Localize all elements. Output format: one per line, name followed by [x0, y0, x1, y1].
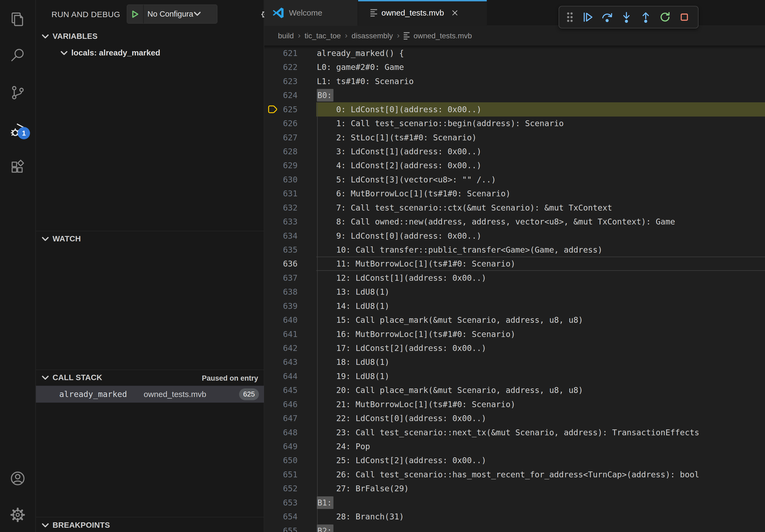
line-number[interactable]: 653 — [264, 496, 298, 510]
code-line-629[interactable]: 629 4: LdConst[2](address: 0x00..) — [264, 158, 765, 172]
code-line-641[interactable]: 641 16: MutBorrowLoc[1](ts#1#0: Scenario… — [264, 327, 765, 341]
breadcrumb-item-owned_tests.mvb[interactable]: owned_tests.mvb — [413, 32, 472, 40]
code-line-622[interactable]: 622L0: game#2#0: Game — [264, 60, 765, 74]
line-number[interactable]: 650 — [264, 453, 298, 467]
code-line-651[interactable]: 651 26: Call test_scenario::has_most_rec… — [264, 467, 765, 482]
drag-handle-icon[interactable] — [563, 10, 577, 25]
line-number[interactable]: 626 — [264, 116, 298, 131]
code-line-654[interactable]: 654 28: Branch(31) — [264, 509, 765, 524]
line-number[interactable]: 643 — [264, 355, 298, 369]
line-number[interactable]: 622 — [264, 60, 298, 74]
step-into-button[interactable] — [618, 9, 635, 25]
code-line-632[interactable]: 632 7: Call test_scenario::ctx(&mut Scen… — [264, 201, 765, 215]
line-number[interactable]: 641 — [264, 327, 298, 341]
stop-button[interactable] — [676, 9, 693, 25]
line-number[interactable]: 645 — [264, 383, 298, 397]
code-line-638[interactable]: 638 13: LdU8(1) — [264, 285, 765, 299]
code-line-631[interactable]: 631 6: MutBorrowLoc[1](ts#1#0: Scenario) — [264, 186, 765, 201]
sidebar-item-extensions[interactable] — [0, 154, 35, 181]
start-debug-icon[interactable] — [127, 5, 144, 23]
section-breakpoints[interactable]: BREAKPOINTS — [42, 521, 110, 530]
code-line-650[interactable]: 650 25: LdConst[2](address: 0x00..) — [264, 453, 765, 467]
code-line-642[interactable]: 642 17: LdConst[2](address: 0x00..) — [264, 341, 765, 355]
code-line-645[interactable]: 645 20: Call place_mark(&mut Scenario, a… — [264, 383, 765, 397]
code-line-628[interactable]: 628 3: LdConst[1](address: 0x00..) — [264, 144, 765, 158]
code-line-649[interactable]: 649 24: Pop — [264, 439, 765, 453]
code-line-633[interactable]: 633 8: Call owned::new(address, address,… — [264, 215, 765, 229]
variables-locals-row[interactable]: locals: already_marked — [61, 48, 160, 57]
line-number[interactable]: 632 — [264, 201, 298, 215]
code-line-644[interactable]: 644 19: LdU8(1) — [264, 369, 765, 383]
code-line-646[interactable]: 646 21: MutBorrowLoc[1](ts#1#0: Scenario… — [264, 397, 765, 411]
step-over-button[interactable] — [599, 9, 615, 25]
call-stack-frame[interactable]: already_marked owned_tests.mvb 625 — [36, 386, 264, 402]
line-number[interactable]: 639 — [264, 299, 298, 313]
line-number[interactable]: 638 — [264, 285, 298, 299]
code-editor[interactable]: 621already_marked() {622L0: game#2#0: Ga… — [264, 46, 765, 532]
line-number[interactable]: 621 — [264, 46, 298, 60]
line-number[interactable]: 628 — [264, 144, 298, 158]
code-line-655[interactable]: 655B2: — [264, 524, 765, 532]
line-number[interactable]: 640 — [264, 313, 298, 327]
code-line-652[interactable]: 652 27: BrFalse(29) — [264, 481, 765, 496]
line-number[interactable]: 630 — [264, 172, 298, 187]
code-line-625[interactable]: 625 0: LdConst[0](address: 0x00..) — [264, 102, 765, 117]
code-line-623[interactable]: 623L1: ts#1#0: Scenario — [264, 74, 765, 89]
debug-configuration-dropdown[interactable]: No Configura — [127, 5, 217, 24]
manage-button[interactable] — [0, 502, 35, 529]
continue-button[interactable] — [579, 9, 596, 25]
breadcrumb-item-build[interactable]: build — [278, 32, 294, 40]
line-number[interactable]: 648 — [264, 425, 298, 439]
line-number[interactable]: 635 — [264, 243, 298, 257]
line-number[interactable]: 624 — [264, 88, 298, 102]
close-icon[interactable] — [450, 8, 460, 18]
code-line-636[interactable]: 636 11: MutBorrowLoc[1](ts#1#0: Scenario… — [264, 257, 765, 271]
code-line-643[interactable]: 643 18: LdU8(1) — [264, 355, 765, 369]
breadcrumb-item-tic_tac_toe[interactable]: tic_tac_toe — [305, 32, 341, 40]
line-number[interactable]: 627 — [264, 131, 298, 145]
tab-welcome[interactable]: Welcome — [264, 0, 358, 26]
line-number[interactable]: 636 — [264, 257, 298, 271]
line-number[interactable]: 646 — [264, 397, 298, 411]
line-number[interactable]: 629 — [264, 158, 298, 172]
code-line-637[interactable]: 637 12: LdConst[1](address: 0x00..) — [264, 271, 765, 285]
accounts-button[interactable] — [0, 465, 35, 492]
line-number[interactable]: 649 — [264, 439, 298, 453]
code-line-639[interactable]: 639 14: LdU8(1) — [264, 299, 765, 313]
code-line-626[interactable]: 626 1: Call test_scenario::begin(address… — [264, 116, 765, 131]
line-number[interactable]: 651 — [264, 467, 298, 482]
line-number[interactable]: 647 — [264, 411, 298, 425]
section-variables[interactable]: VARIABLES — [42, 32, 98, 41]
line-number[interactable]: 652 — [264, 481, 298, 496]
code-line-621[interactable]: 621already_marked() { — [264, 46, 765, 60]
line-number[interactable]: 633 — [264, 215, 298, 229]
code-line-634[interactable]: 634 9: LdConst[0](address: 0x00..) — [264, 229, 765, 243]
code-line-630[interactable]: 630 5: LdConst[3](vector<u8>: "" /..) — [264, 172, 765, 187]
code-line-640[interactable]: 640 15: Call place_mark(&mut Scenario, a… — [264, 313, 765, 327]
frame-line-badge: 625 — [239, 389, 259, 400]
section-call-stack[interactable]: CALL STACK — [42, 373, 102, 382]
code-line-635[interactable]: 635 10: Call transfer::public_transfer<G… — [264, 243, 765, 257]
code-line-624[interactable]: 624B0: — [264, 88, 765, 102]
line-number[interactable]: 631 — [264, 186, 298, 201]
line-number[interactable]: 644 — [264, 369, 298, 383]
sidebar-item-source-control[interactable] — [0, 80, 35, 107]
sidebar-item-search[interactable] — [0, 42, 35, 69]
tab-owned-tests[interactable]: owned_tests.mvb — [358, 0, 487, 26]
code-line-648[interactable]: 648 23: Call test_scenario::next_tx(&mut… — [264, 425, 765, 439]
sidebar-item-run-and-debug[interactable]: 1 — [0, 117, 35, 143]
code-line-627[interactable]: 627 2: StLoc[1](ts#1#0: Scenario) — [264, 131, 765, 145]
code-line-653[interactable]: 653B1: — [264, 496, 765, 510]
line-number[interactable]: 634 — [264, 229, 298, 243]
restart-button[interactable] — [657, 9, 673, 25]
code-line-647[interactable]: 647 22: LdConst[0](address: 0x00..) — [264, 411, 765, 425]
breadcrumb-item-disassembly[interactable]: disassembly — [352, 32, 393, 40]
line-number[interactable]: 642 — [264, 341, 298, 355]
section-watch[interactable]: WATCH — [42, 234, 81, 243]
line-number[interactable]: 623 — [264, 74, 298, 89]
sidebar-item-explorer[interactable] — [0, 6, 35, 33]
line-number[interactable]: 654 — [264, 509, 298, 524]
line-number[interactable]: 637 — [264, 271, 298, 285]
line-number[interactable]: 655 — [264, 524, 298, 532]
step-out-button[interactable] — [637, 9, 654, 25]
